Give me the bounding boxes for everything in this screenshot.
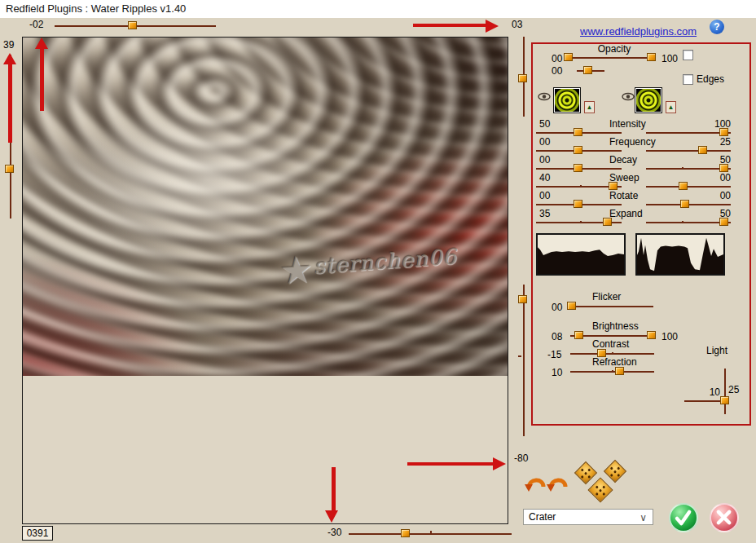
row-handle-left[interactable] — [603, 218, 612, 226]
annotation-arrow-right-top — [413, 24, 486, 27]
brightness-label: Brightness — [592, 321, 639, 332]
light-v-value: 25 — [728, 385, 739, 395]
undo-icon[interactable] — [525, 473, 547, 492]
ripple-thumbnail-left[interactable] — [553, 87, 581, 113]
flicker-label: Flicker — [592, 292, 621, 302]
right-bottom-slider-track[interactable] — [523, 285, 525, 436]
right-bottom-slider-tick — [518, 355, 521, 357]
row-handle-right[interactable] — [679, 182, 688, 190]
row-left-value: 00 — [539, 137, 550, 148]
settings-panel: Opacity 00 100 00 Edges ▲ ▲ 50 Intensity… — [531, 42, 751, 426]
flicker-handle[interactable] — [567, 302, 576, 310]
contrast-value: -15 — [547, 350, 561, 360]
row-label: Expand — [609, 209, 643, 219]
thumbnail-expand-button[interactable]: ▲ — [666, 101, 676, 113]
light-handle[interactable] — [720, 396, 729, 404]
row-handle-right[interactable] — [698, 146, 707, 154]
dice-icon[interactable] — [587, 477, 613, 502]
ok-button[interactable] — [669, 503, 698, 532]
row-label: Rotate — [609, 191, 638, 201]
redo-icon[interactable] — [547, 473, 569, 492]
row-track-right[interactable] — [646, 186, 731, 188]
row-tick — [580, 185, 582, 188]
light-track-vertical[interactable] — [724, 369, 726, 414]
chevron-down-icon: ∨ — [640, 510, 647, 525]
row-track-right[interactable] — [646, 222, 731, 223]
row-left-value: 35 — [539, 209, 550, 219]
row-track-right[interactable] — [646, 150, 731, 152]
light-h-value: 10 — [697, 387, 720, 398]
row-handle-right[interactable] — [719, 128, 728, 136]
brightness-value: 08 — [552, 332, 562, 342]
top-slider-value: -02 — [29, 20, 43, 30]
opacity-handle-right[interactable] — [647, 53, 656, 61]
brightness-handle-right[interactable] — [647, 331, 656, 339]
annotation-arrowhead — [325, 510, 338, 523]
waveform-shape — [637, 238, 723, 274]
row-handle-right[interactable] — [680, 200, 689, 208]
bottom-slider-value: -30 — [327, 528, 341, 538]
dice-icon[interactable] — [574, 461, 597, 484]
row-handle-left[interactable] — [574, 200, 582, 208]
close-icon — [711, 505, 737, 531]
preset-dropdown[interactable]: Crater ∨ — [523, 509, 653, 525]
plugin-window: Redfield Plugins : Water Ripples v1.40 -… — [0, 0, 756, 543]
row-tick — [580, 221, 582, 223]
light-track-horizontal[interactable] — [684, 400, 724, 402]
row-handle-left[interactable] — [574, 128, 582, 136]
row-handle-left[interactable] — [574, 146, 582, 154]
annotation-arrowhead — [35, 38, 48, 49]
eye-icon[interactable] — [622, 90, 635, 99]
website-link[interactable]: www.redfieldplugins.com — [580, 25, 688, 38]
edges-checkbox[interactable] — [683, 74, 693, 85]
annotation-arrow-up-left — [8, 64, 12, 143]
row-tick — [682, 167, 683, 170]
opacity-min: 00 — [552, 54, 562, 64]
annotation-arrow-up-image — [40, 49, 44, 111]
left-slider-handle[interactable] — [5, 165, 14, 173]
waveform-display-left — [536, 233, 626, 276]
ripple-thumbnail-right[interactable] — [635, 87, 662, 113]
bottom-slider-track[interactable] — [349, 533, 512, 535]
preview-image-glow — [23, 38, 508, 376]
brightness-handle-left[interactable] — [574, 331, 583, 339]
waveform-shape — [538, 247, 624, 274]
eye-icon[interactable] — [538, 90, 551, 99]
preview-image[interactable]: ★sternchen06 — [23, 38, 508, 376]
row-track-right[interactable] — [646, 168, 731, 170]
row-handle-left[interactable] — [609, 182, 618, 190]
help-icon[interactable]: ? — [710, 20, 724, 34]
annotation-arrow-down — [332, 467, 336, 510]
row-handle-left[interactable] — [574, 164, 582, 172]
row-tick — [682, 221, 683, 223]
opacity-checkbox[interactable] — [683, 50, 693, 60]
watermark-text: sternchen06 — [313, 244, 458, 278]
check-icon — [670, 505, 697, 531]
cancel-button[interactable] — [710, 503, 739, 532]
row-right-value: 00 — [698, 173, 731, 183]
right-bottom-slider-value: -80 — [514, 453, 528, 464]
row-handle-right[interactable] — [719, 164, 728, 172]
opacity-max: 100 — [662, 54, 678, 64]
bottom-slider-handle[interactable] — [401, 529, 410, 537]
opacity2-value: 00 — [552, 66, 562, 77]
top-slider-handle[interactable] — [128, 21, 137, 29]
opacity-track[interactable] — [568, 57, 653, 59]
row-label: Frequency — [609, 137, 656, 148]
row-track-right[interactable] — [646, 132, 731, 134]
right-bottom-slider-handle[interactable] — [518, 295, 527, 303]
opacity2-handle[interactable] — [583, 66, 592, 74]
thumbnail-expand-button[interactable]: ▲ — [584, 101, 595, 113]
row-handle-right[interactable] — [719, 218, 728, 226]
frame-counter: 0391 — [22, 526, 53, 541]
right-top-slider-handle[interactable] — [518, 74, 527, 82]
flicker-value: 00 — [552, 302, 562, 313]
contrast-tick — [612, 352, 613, 355]
flicker-track[interactable] — [568, 306, 653, 307]
brightness-max: 100 — [662, 332, 678, 342]
refraction-handle[interactable] — [615, 367, 624, 375]
row-left-value: 00 — [539, 155, 550, 166]
annotation-arrowhead — [493, 457, 506, 470]
dice-icon[interactable] — [604, 460, 626, 483]
opacity-handle-left[interactable] — [564, 53, 573, 61]
